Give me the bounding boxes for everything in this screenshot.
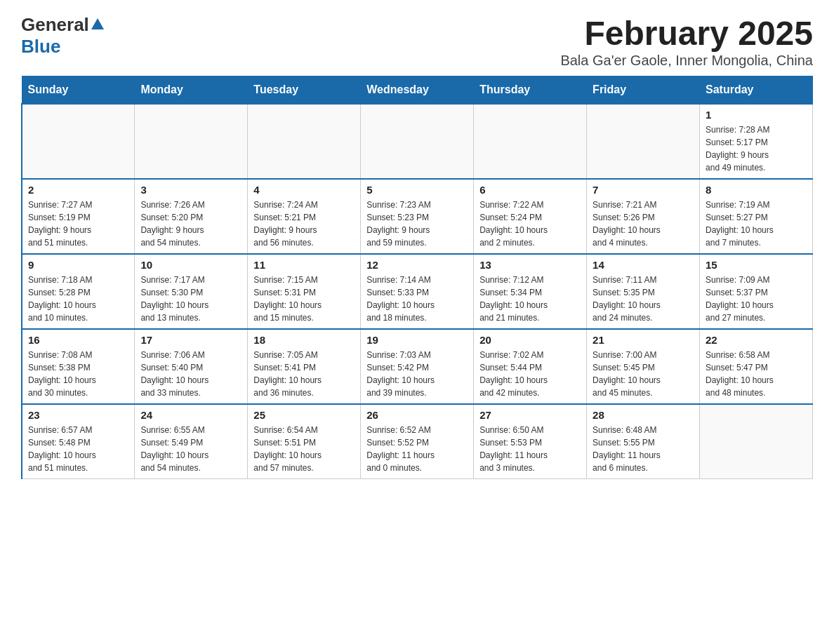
day-number: 22 [706, 334, 807, 346]
calendar-cell: 4Sunrise: 7:24 AM Sunset: 5:21 PM Daylig… [248, 179, 361, 254]
day-info: Sunrise: 7:21 AM Sunset: 5:26 PM Dayligh… [593, 199, 694, 249]
day-number: 7 [593, 184, 694, 196]
col-monday: Monday [135, 76, 248, 105]
day-info: Sunrise: 7:14 AM Sunset: 5:33 PM Dayligh… [366, 274, 468, 324]
day-number: 23 [28, 409, 128, 421]
logo-general-text: General [21, 14, 89, 36]
day-info: Sunrise: 7:24 AM Sunset: 5:21 PM Dayligh… [253, 199, 355, 249]
calendar-cell: 7Sunrise: 7:21 AM Sunset: 5:26 PM Daylig… [587, 179, 700, 254]
calendar-cell [700, 404, 813, 479]
calendar-cell: 16Sunrise: 7:08 AM Sunset: 5:38 PM Dayli… [22, 329, 135, 404]
day-info: Sunrise: 7:06 AM Sunset: 5:40 PM Dayligh… [140, 349, 241, 399]
col-tuesday: Tuesday [248, 76, 361, 105]
day-info: Sunrise: 7:05 AM Sunset: 5:41 PM Dayligh… [253, 349, 355, 399]
col-friday: Friday [587, 76, 700, 105]
title-block: February 2025 Bala Ga'er Gaole, Inner Mo… [560, 14, 813, 69]
calendar-cell [474, 104, 587, 179]
day-info: Sunrise: 7:22 AM Sunset: 5:24 PM Dayligh… [479, 199, 581, 249]
day-info: Sunrise: 6:52 AM Sunset: 5:52 PM Dayligh… [366, 424, 468, 474]
day-number: 25 [253, 409, 355, 421]
day-info: Sunrise: 7:26 AM Sunset: 5:20 PM Dayligh… [140, 199, 241, 249]
logo-blue-text: Blue [21, 36, 60, 57]
day-info: Sunrise: 7:00 AM Sunset: 5:45 PM Dayligh… [593, 349, 694, 399]
day-info: Sunrise: 7:23 AM Sunset: 5:23 PM Dayligh… [366, 199, 468, 249]
calendar-cell [135, 104, 248, 179]
calendar-cell: 28Sunrise: 6:48 AM Sunset: 5:55 PM Dayli… [587, 404, 700, 479]
day-number: 17 [140, 334, 241, 346]
day-number: 19 [366, 334, 468, 346]
day-info: Sunrise: 7:12 AM Sunset: 5:34 PM Dayligh… [479, 274, 581, 324]
day-number: 14 [593, 259, 694, 271]
calendar-cell: 10Sunrise: 7:17 AM Sunset: 5:30 PM Dayli… [135, 254, 248, 329]
day-number: 21 [593, 334, 694, 346]
calendar-cell: 25Sunrise: 6:54 AM Sunset: 5:51 PM Dayli… [248, 404, 361, 479]
day-info: Sunrise: 6:58 AM Sunset: 5:47 PM Dayligh… [706, 349, 807, 399]
day-info: Sunrise: 6:54 AM Sunset: 5:51 PM Dayligh… [253, 424, 355, 474]
calendar-cell: 17Sunrise: 7:06 AM Sunset: 5:40 PM Dayli… [135, 329, 248, 404]
calendar-cell: 9Sunrise: 7:18 AM Sunset: 5:28 PM Daylig… [22, 254, 135, 329]
calendar-cell: 13Sunrise: 7:12 AM Sunset: 5:34 PM Dayli… [474, 254, 587, 329]
day-info: Sunrise: 6:50 AM Sunset: 5:53 PM Dayligh… [479, 424, 581, 474]
week-row-2: 2Sunrise: 7:27 AM Sunset: 5:19 PM Daylig… [22, 179, 813, 254]
logo: General Blue [21, 14, 104, 58]
calendar-header-row: Sunday Monday Tuesday Wednesday Thursday… [22, 76, 813, 105]
calendar-cell: 2Sunrise: 7:27 AM Sunset: 5:19 PM Daylig… [22, 179, 135, 254]
week-row-1: 1Sunrise: 7:28 AM Sunset: 5:17 PM Daylig… [22, 104, 813, 179]
calendar-cell: 6Sunrise: 7:22 AM Sunset: 5:24 PM Daylig… [474, 179, 587, 254]
day-number: 9 [28, 259, 128, 271]
day-number: 20 [479, 334, 581, 346]
svg-marker-0 [91, 18, 104, 29]
calendar-cell: 20Sunrise: 7:02 AM Sunset: 5:44 PM Dayli… [474, 329, 587, 404]
day-info: Sunrise: 6:48 AM Sunset: 5:55 PM Dayligh… [593, 424, 694, 474]
calendar-cell: 11Sunrise: 7:15 AM Sunset: 5:31 PM Dayli… [248, 254, 361, 329]
week-row-4: 16Sunrise: 7:08 AM Sunset: 5:38 PM Dayli… [22, 329, 813, 404]
day-number: 24 [140, 409, 241, 421]
page-subtitle: Bala Ga'er Gaole, Inner Mongolia, China [560, 53, 813, 69]
day-info: Sunrise: 6:57 AM Sunset: 5:48 PM Dayligh… [28, 424, 128, 474]
week-row-3: 9Sunrise: 7:18 AM Sunset: 5:28 PM Daylig… [22, 254, 813, 329]
day-number: 2 [28, 184, 128, 196]
page-header: General Blue February 2025 Bala Ga'er Ga… [21, 14, 813, 69]
day-number: 4 [253, 184, 355, 196]
col-thursday: Thursday [474, 76, 587, 105]
day-number: 28 [593, 409, 694, 421]
calendar-cell: 21Sunrise: 7:00 AM Sunset: 5:45 PM Dayli… [587, 329, 700, 404]
day-number: 6 [479, 184, 581, 196]
calendar-cell: 15Sunrise: 7:09 AM Sunset: 5:37 PM Dayli… [700, 254, 813, 329]
logo-triangle-icon [91, 18, 104, 32]
week-row-5: 23Sunrise: 6:57 AM Sunset: 5:48 PM Dayli… [22, 404, 813, 479]
calendar-cell: 1Sunrise: 7:28 AM Sunset: 5:17 PM Daylig… [700, 104, 813, 179]
col-sunday: Sunday [22, 76, 135, 105]
day-info: Sunrise: 7:27 AM Sunset: 5:19 PM Dayligh… [28, 199, 128, 249]
day-info: Sunrise: 7:02 AM Sunset: 5:44 PM Dayligh… [479, 349, 581, 399]
day-number: 12 [366, 259, 468, 271]
calendar-cell: 27Sunrise: 6:50 AM Sunset: 5:53 PM Dayli… [474, 404, 587, 479]
calendar-cell: 18Sunrise: 7:05 AM Sunset: 5:41 PM Dayli… [248, 329, 361, 404]
calendar-cell: 3Sunrise: 7:26 AM Sunset: 5:20 PM Daylig… [135, 179, 248, 254]
day-number: 15 [706, 259, 807, 271]
col-saturday: Saturday [700, 76, 813, 105]
day-info: Sunrise: 7:11 AM Sunset: 5:35 PM Dayligh… [593, 274, 694, 324]
calendar-cell: 12Sunrise: 7:14 AM Sunset: 5:33 PM Dayli… [361, 254, 474, 329]
day-info: Sunrise: 7:18 AM Sunset: 5:28 PM Dayligh… [28, 274, 128, 324]
calendar-cell: 26Sunrise: 6:52 AM Sunset: 5:52 PM Dayli… [361, 404, 474, 479]
day-number: 26 [366, 409, 468, 421]
calendar-cell [22, 104, 135, 179]
calendar-cell: 24Sunrise: 6:55 AM Sunset: 5:49 PM Dayli… [135, 404, 248, 479]
day-info: Sunrise: 7:08 AM Sunset: 5:38 PM Dayligh… [28, 349, 128, 399]
day-number: 5 [366, 184, 468, 196]
calendar-cell [248, 104, 361, 179]
calendar-cell: 19Sunrise: 7:03 AM Sunset: 5:42 PM Dayli… [361, 329, 474, 404]
page-title: February 2025 [560, 14, 813, 53]
calendar-cell [587, 104, 700, 179]
day-info: Sunrise: 7:17 AM Sunset: 5:30 PM Dayligh… [140, 274, 241, 324]
day-info: Sunrise: 6:55 AM Sunset: 5:49 PM Dayligh… [140, 424, 241, 474]
day-number: 16 [28, 334, 128, 346]
calendar-cell: 22Sunrise: 6:58 AM Sunset: 5:47 PM Dayli… [700, 329, 813, 404]
day-number: 1 [706, 109, 807, 121]
day-info: Sunrise: 7:28 AM Sunset: 5:17 PM Dayligh… [706, 123, 807, 174]
day-number: 18 [253, 334, 355, 346]
calendar-cell: 23Sunrise: 6:57 AM Sunset: 5:48 PM Dayli… [22, 404, 135, 479]
col-wednesday: Wednesday [361, 76, 474, 105]
calendar-cell: 8Sunrise: 7:19 AM Sunset: 5:27 PM Daylig… [700, 179, 813, 254]
